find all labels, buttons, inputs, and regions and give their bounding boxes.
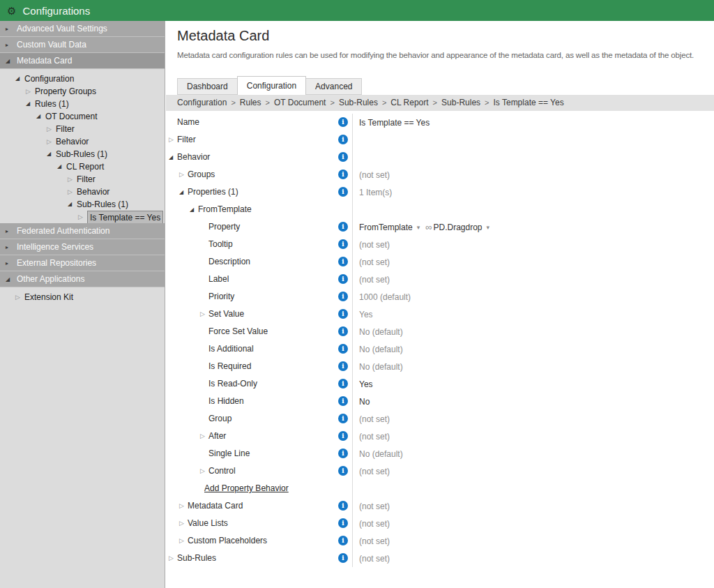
breadcrumb-item-sub-rules[interactable]: Sub-Rules [339, 98, 378, 107]
info-icon[interactable]: i [338, 169, 348, 179]
breadcrumb-item-cl-report[interactable]: CL Report [390, 98, 428, 107]
sidebar-section-custom-vault-data[interactable]: ▸Custom Vault Data [0, 37, 165, 53]
info-icon[interactable]: i [338, 152, 348, 162]
property-value[interactable]: (not set) [352, 497, 714, 515]
expanded-arrow-icon[interactable]: ◢ [36, 110, 40, 123]
property-value[interactable]: (not set) [352, 166, 714, 183]
info-icon[interactable]: i [338, 414, 348, 423]
expanded-arrow-icon[interactable]: ◢ [68, 198, 72, 211]
property-value[interactable] [352, 131, 714, 149]
info-icon[interactable]: i [338, 222, 348, 232]
collapsed-arrow-icon[interactable]: ▷ [47, 135, 52, 148]
breadcrumb-item-ot-document[interactable]: OT Document [274, 98, 326, 107]
property-value[interactable]: (not set) [352, 428, 714, 445]
property-value[interactable]: (not set) [352, 410, 714, 428]
expanded-arrow-icon[interactable]: ◢ [26, 98, 30, 110]
expanded-arrow-icon[interactable]: ◢ [6, 53, 10, 69]
property-value[interactable]: No (default) [352, 323, 714, 340]
info-icon[interactable]: i [338, 379, 348, 389]
collapsed-arrow-icon[interactable]: ▸ [6, 37, 8, 53]
property-value[interactable]: Yes [352, 375, 714, 393]
sidebar-section-metadata-card[interactable]: ◢Metadata Card [0, 53, 165, 69]
tab-advanced[interactable]: Advanced [305, 78, 362, 95]
property-value[interactable]: FromTemplate▾∞PD.Dragdrop▾ [352, 218, 714, 236]
property-value[interactable]: 1000 (default) [352, 288, 714, 306]
info-icon[interactable]: i [338, 326, 348, 336]
property-value[interactable]: Is Template == Yes [352, 114, 714, 131]
info-icon[interactable]: i [338, 274, 348, 284]
collapsed-arrow-icon[interactable]: ▷ [179, 532, 184, 550]
sidebar-section-intelligence-services[interactable]: ▸Intelligence Services [0, 239, 165, 255]
breadcrumb-item-is-template-yes[interactable]: Is Template == Yes [494, 98, 564, 107]
sidebar-section-external-repositories[interactable]: ▸External Repositories [0, 255, 165, 271]
expanded-arrow-icon[interactable]: ◢ [15, 73, 20, 85]
property-dropdown-value[interactable]: PD.Dragdrop [434, 223, 483, 232]
breadcrumb-item-sub-rules[interactable]: Sub-Rules [441, 98, 480, 107]
property-value[interactable]: (not set) [352, 462, 714, 480]
tree-item-behavior[interactable]: ▷Behavior [0, 135, 165, 148]
tree-item-cl-report[interactable]: ◢CL Report [0, 160, 165, 173]
info-icon[interactable]: i [338, 187, 348, 197]
property-value[interactable]: (not set) [352, 271, 714, 288]
breadcrumb-item-configuration[interactable]: Configuration [177, 98, 227, 107]
info-icon[interactable]: i [338, 361, 348, 371]
collapsed-arrow-icon[interactable]: ▷ [179, 166, 184, 183]
info-icon[interactable]: i [338, 448, 348, 458]
expanded-arrow-icon[interactable]: ◢ [190, 201, 194, 218]
dropdown-caret-icon[interactable]: ▾ [417, 224, 420, 231]
expanded-arrow-icon[interactable]: ◢ [179, 183, 183, 201]
property-value[interactable]: 1 Item(s) [352, 183, 714, 201]
collapsed-arrow-icon[interactable]: ▷ [26, 85, 31, 98]
info-icon[interactable]: i [338, 501, 348, 511]
tree-item-rules-1[interactable]: ◢Rules (1) [0, 98, 165, 110]
property-value[interactable]: No (default) [352, 358, 714, 375]
info-icon[interactable]: i [338, 239, 348, 249]
collapsed-arrow-icon[interactable]: ▷ [200, 428, 205, 445]
collapsed-arrow-icon[interactable]: ▷ [179, 515, 184, 532]
collapsed-arrow-icon[interactable]: ▷ [200, 306, 205, 323]
expanded-arrow-icon[interactable]: ◢ [47, 148, 51, 160]
info-icon[interactable]: i [338, 536, 348, 545]
property-value[interactable]: No [352, 393, 714, 410]
property-value[interactable]: Yes [352, 306, 714, 323]
info-icon[interactable]: i [338, 518, 348, 528]
expanded-arrow-icon[interactable]: ◢ [57, 160, 61, 173]
info-icon[interactable]: i [338, 257, 348, 266]
tree-item-ot-document[interactable]: ◢OT Document [0, 110, 165, 123]
info-icon[interactable]: i [338, 117, 348, 127]
expanded-arrow-icon[interactable]: ◢ [169, 149, 173, 166]
collapsed-arrow-icon[interactable]: ▷ [200, 462, 205, 480]
collapsed-arrow-icon[interactable]: ▷ [179, 497, 184, 515]
tree-item-filter[interactable]: ▷Filter [0, 123, 165, 135]
property-value[interactable]: (not set) [352, 515, 714, 532]
info-icon[interactable]: i [338, 344, 348, 354]
info-icon[interactable]: i [338, 431, 348, 441]
tree-item-filter[interactable]: ▷Filter [0, 173, 165, 186]
sidebar-section-federated-authentication[interactable]: ▸Federated Authentication [0, 223, 165, 239]
breadcrumb-item-rules[interactable]: Rules [240, 98, 261, 107]
property-value[interactable]: No (default) [352, 340, 714, 358]
tree-item-configuration[interactable]: ◢Configuration [0, 73, 165, 85]
info-icon[interactable]: i [338, 135, 348, 144]
tree-item-behavior[interactable]: ▷Behavior [0, 186, 165, 198]
tab-dashboard[interactable]: Dashboard [177, 78, 238, 95]
property-value[interactable] [352, 149, 714, 166]
collapsed-arrow-icon[interactable]: ▷ [169, 131, 174, 149]
info-icon[interactable]: i [338, 396, 348, 406]
property-value[interactable]: (not set) [352, 236, 714, 253]
info-icon[interactable]: i [338, 309, 348, 319]
tab-configuration[interactable]: Configuration [237, 76, 306, 95]
dropdown-caret-icon[interactable]: ▾ [487, 224, 490, 231]
info-icon[interactable]: i [338, 553, 348, 563]
property-value[interactable]: (not set) [352, 253, 714, 271]
collapsed-arrow-icon[interactable]: ▸ [6, 239, 8, 255]
info-icon[interactable]: i [338, 292, 348, 301]
sidebar-section-other-applications[interactable]: ◢Other Applications [0, 271, 165, 287]
info-icon[interactable]: i [338, 466, 348, 476]
collapsed-arrow-icon[interactable]: ▷ [47, 123, 52, 135]
sidebar-section-advanced-vault-settings[interactable]: ▸Advanced Vault Settings [0, 21, 165, 37]
add-property-behavior-link[interactable]: Add Property Behavior [204, 480, 289, 497]
collapsed-arrow-icon[interactable]: ▷ [78, 211, 83, 223]
tree-item-property-groups[interactable]: ▷Property Groups [0, 85, 165, 98]
collapsed-arrow-icon[interactable]: ▸ [6, 255, 8, 271]
